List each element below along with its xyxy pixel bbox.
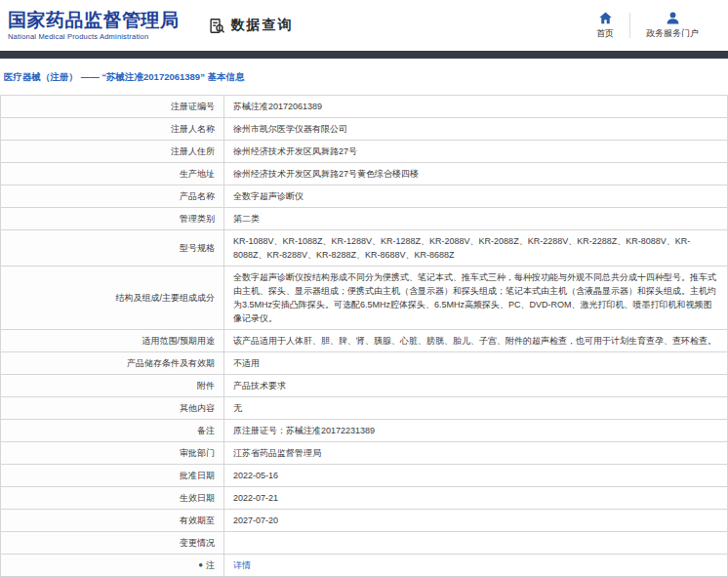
- row-label: 其他内容: [1, 397, 224, 420]
- row-value: 产品技术要求: [224, 375, 728, 397]
- data-query-icon: [209, 18, 225, 34]
- module-header: 数据查询: [209, 17, 294, 34]
- row-label: 变更情况: [1, 532, 224, 555]
- table-row: 审批部门 江苏省药品监督管理局: [1, 442, 728, 465]
- registration-info-table: 注册证编号 苏械注准20172061389 注册人名称 徐州市凯尔医学仪器有限公…: [0, 95, 728, 577]
- row-value: 徐州经济技术开发区凤舞路27号黄色综合楼四楼: [224, 163, 728, 185]
- table-row: 其他内容 无: [1, 397, 728, 420]
- table-row: 管理类别 第二类: [1, 208, 728, 230]
- details-link[interactable]: 详情: [233, 558, 251, 572]
- table-row: 产品储存条件及有效期 不适用: [1, 352, 728, 375]
- row-value: 徐州市凯尔医学仪器有限公司: [224, 118, 728, 141]
- row-label-note: ● 注: [1, 555, 224, 577]
- row-label: 有效期至: [1, 510, 224, 532]
- row-value: [224, 532, 728, 555]
- note-label-text: 注: [206, 558, 215, 572]
- table-row: 注册人名称 徐州市凯尔医学仪器有限公司: [1, 118, 728, 141]
- table-row: 生产地址 徐州经济技术开发区凤舞路27号黄色综合楼四楼: [1, 163, 728, 185]
- row-label: 型号规格: [1, 230, 224, 267]
- row-value: 2022-05-16: [224, 465, 728, 487]
- top-header: 国家药品监督管理局 National Medical Products Admi…: [0, 0, 728, 51]
- row-value: 江苏省药品监督管理局: [224, 442, 728, 465]
- home-icon: [598, 11, 613, 25]
- row-value: 全数字超声诊断仪: [224, 185, 728, 208]
- row-label: 管理类别: [1, 208, 224, 230]
- row-value: 无: [224, 397, 728, 420]
- row-value: KR-1088V、KR-1088Z、KR-1288V、KR-1288Z、KR-2…: [224, 230, 728, 267]
- agency-logo: 国家药品监督管理局 National Medical Products Admi…: [8, 10, 180, 41]
- top-nav: 首页 政务服务门户: [581, 11, 714, 40]
- row-label: 生效日期: [1, 487, 224, 510]
- nav-item-home[interactable]: 首页: [581, 11, 629, 40]
- row-value: 不适用: [224, 352, 728, 375]
- table-row: 结构及组成/主要组成成分 全数字超声诊断仪按结构形成不同分为便携式、笔记本式、推…: [1, 267, 728, 330]
- table-row: 附件 产品技术要求: [1, 375, 728, 397]
- row-label: 注册人名称: [1, 118, 224, 141]
- table-row: 适用范围/预期用途 该产品适用于人体肝、胆、脾、肾、胰腺、心脏、膀胱、胎儿、子宫…: [1, 330, 728, 352]
- table-row: 型号规格 KR-1088V、KR-1088Z、KR-1288V、KR-1288Z…: [1, 230, 728, 267]
- table-row: 产品名称 全数字超声诊断仪: [1, 185, 728, 208]
- nav-home-label: 首页: [596, 27, 614, 40]
- row-label: 批准日期: [1, 465, 224, 487]
- nav-portal-label: 政务服务门户: [646, 27, 699, 40]
- table-row: 有效期至 2027-07-20: [1, 510, 728, 532]
- row-label: 生产地址: [1, 163, 224, 185]
- row-label: 产品名称: [1, 185, 224, 208]
- row-label: 审批部门: [1, 442, 224, 465]
- table-row: 批准日期 2022-05-16: [1, 465, 728, 487]
- row-label: 备注: [1, 420, 224, 442]
- row-label: 适用范围/预期用途: [1, 330, 224, 352]
- table-row: 备注 原注册证号：苏械注准20172231389: [1, 420, 728, 442]
- table-row: 变更情况: [1, 532, 728, 555]
- note-icon: ●: [198, 561, 203, 569]
- table-row: 生效日期 2022-07-21: [1, 487, 728, 510]
- nav-item-portal[interactable]: 政务服务门户: [630, 11, 714, 40]
- table-row-note: ● 注 详情: [1, 555, 728, 577]
- row-label: 产品储存条件及有效期: [1, 352, 224, 375]
- agency-name-cn: 国家药品监督管理局: [8, 10, 180, 31]
- row-value: 苏械注准20172061389: [224, 96, 728, 118]
- breadcrumb: 医疗器械（注册） —— “苏械注准20172061389” 基本信息: [0, 59, 728, 95]
- row-label: 注册人住所: [1, 141, 224, 163]
- row-value: 2022-07-21: [224, 487, 728, 510]
- row-label: 结构及组成/主要组成成分: [1, 267, 224, 330]
- table-row: 注册人住所 徐州经济技术开发区凤舞路27号: [1, 141, 728, 163]
- row-value: 第二类: [224, 208, 728, 230]
- row-value: 全数字超声诊断仪按结构形成不同分为便携式、笔记本式、推车式三种，每种按功能与外观…: [224, 267, 728, 330]
- agency-name-en: National Medical Products Administration: [8, 32, 180, 41]
- row-value: 该产品适用于人体肝、胆、脾、肾、胰腺、心脏、膀胱、胎儿、子宫、附件的超声检查，也…: [224, 330, 728, 352]
- table-row: 注册证编号 苏械注准20172061389: [1, 96, 728, 118]
- module-title: 数据查询: [231, 17, 294, 34]
- row-value: 徐州经济技术开发区凤舞路27号: [224, 141, 728, 163]
- header-divider-strip: [0, 51, 728, 59]
- row-label: 注册证编号: [1, 96, 224, 118]
- row-value: 原注册证号：苏械注准20172231389: [224, 420, 728, 442]
- row-value: 2027-07-20: [224, 510, 728, 532]
- portal-user-icon: [666, 11, 680, 25]
- row-label: 附件: [1, 375, 224, 397]
- row-value-note: 详情: [224, 555, 728, 577]
